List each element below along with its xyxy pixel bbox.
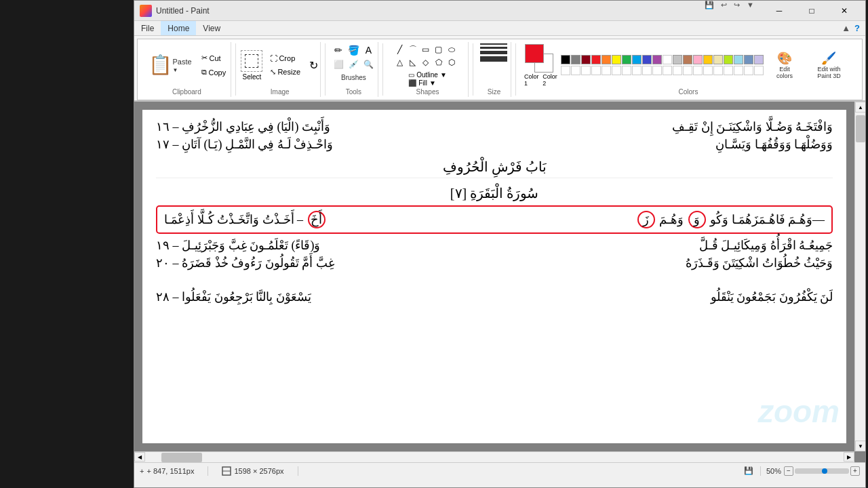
color-yellow[interactable] [612, 55, 621, 64]
custom-color-8[interactable] [632, 66, 642, 75]
menu-file[interactable]: File [134, 21, 161, 35]
scrollbar-thumb-h[interactable] [161, 453, 202, 462]
shape-right-triangle[interactable]: ◺ [407, 56, 419, 68]
custom-color-18[interactable] [734, 66, 743, 75]
shape-ellipse[interactable]: ⬭ [446, 43, 458, 56]
custom-color-1[interactable] [561, 66, 570, 75]
text-tool[interactable]: A [361, 43, 375, 57]
color-silver[interactable] [673, 55, 682, 64]
rotate-btn[interactable]: ↻ [308, 60, 319, 70]
shape-curve[interactable]: ⌒ [407, 43, 419, 56]
scrollbar-left-btn[interactable]: ◀ [134, 452, 145, 462]
quick-undo[interactable]: ↩ [721, 1, 727, 21]
resize-button[interactable]: ⤡ Resize [267, 66, 304, 79]
fill-tool[interactable]: 🪣 [347, 43, 360, 57]
color1-box[interactable] [525, 44, 544, 63]
quick-more[interactable]: ▼ [747, 1, 754, 21]
color-black[interactable] [561, 55, 570, 64]
color-pink[interactable] [693, 55, 703, 64]
paste-arrow[interactable]: ▼ [172, 67, 178, 73]
menu-home[interactable]: Home [161, 21, 196, 35]
color-lime[interactable] [724, 55, 733, 64]
color-lightblue[interactable] [734, 55, 743, 64]
crop-button[interactable]: ⛶ Crop [267, 52, 304, 64]
custom-color-19[interactable] [744, 66, 753, 75]
quick-redo[interactable]: ↪ [734, 1, 740, 21]
canvas-paper[interactable]: وَافْتَخَـهُ وَضُـلَّا وَاشْكِيَنَـنَ إِ… [142, 110, 846, 443]
minimize-button[interactable]: ─ [764, 1, 795, 21]
custom-color-5[interactable] [601, 66, 611, 75]
shape-hex[interactable]: ⬡ [446, 56, 458, 68]
custom-color-20[interactable] [754, 66, 764, 75]
cut-button[interactable]: ✂ Cut [198, 52, 230, 64]
color-gold[interactable] [703, 55, 713, 64]
custom-color-12[interactable] [673, 66, 682, 75]
shape-round-rect[interactable]: ▢ [433, 43, 445, 56]
custom-color-11[interactable] [663, 66, 672, 75]
size-1[interactable] [480, 43, 507, 45]
scrollbar-right-btn[interactable]: ▶ [844, 452, 854, 462]
custom-color-9[interactable] [642, 66, 652, 75]
quick-save[interactable]: 💾 [705, 1, 714, 21]
menu-view[interactable]: View [196, 21, 227, 35]
custom-color-7[interactable] [622, 66, 631, 75]
outline-dropdown[interactable]: ▭ Outline ▼ [408, 71, 447, 79]
color-lavender[interactable] [754, 55, 764, 64]
pencil-tool[interactable]: ✏ [332, 43, 345, 57]
color-orange[interactable] [601, 55, 611, 64]
zoom-slider-thumb[interactable] [822, 468, 827, 474]
size-4[interactable] [480, 56, 507, 62]
custom-color-16[interactable] [713, 66, 723, 75]
copy-button[interactable]: ⧉ Copy [198, 66, 230, 79]
custom-color-3[interactable] [581, 66, 591, 75]
color-white[interactable] [663, 55, 672, 64]
zoom-in-btn[interactable]: + [850, 466, 860, 476]
save-icon-status[interactable]: 💾 [743, 465, 755, 477]
color-indigo[interactable] [642, 55, 652, 64]
help-btn[interactable]: ? [854, 23, 860, 33]
shape-triangle[interactable]: △ [394, 56, 406, 68]
ribbon-collapse-btn[interactable]: ▲ [842, 23, 850, 33]
custom-color-17[interactable] [724, 66, 733, 75]
size-2[interactable] [480, 47, 507, 49]
color-darkred[interactable] [581, 55, 591, 64]
custom-color-4[interactable] [591, 66, 601, 75]
select-button[interactable] [241, 50, 262, 72]
custom-color-15[interactable] [703, 66, 713, 75]
custom-color-14[interactable] [693, 66, 703, 75]
zoom-slider[interactable] [795, 468, 849, 474]
shape-diamond[interactable]: ◇ [420, 56, 432, 68]
brushes-button[interactable]: Brushes [339, 72, 368, 83]
custom-color-13[interactable] [683, 66, 692, 75]
zoom-tool[interactable]: 🔍 [361, 58, 375, 71]
zoom-out-btn[interactable]: − [784, 466, 793, 476]
size-3[interactable] [480, 51, 507, 54]
shape-line[interactable]: ╱ [394, 43, 406, 56]
color-cream[interactable] [713, 55, 723, 64]
color-brown[interactable] [683, 55, 692, 64]
scrollbar-thumb-v[interactable] [856, 115, 865, 142]
color-steelblue[interactable] [744, 55, 753, 64]
horizontal-scrollbar[interactable]: ◀ ▶ [134, 451, 854, 462]
scrollbar-up-btn[interactable]: ▲ [855, 102, 865, 113]
custom-color-2[interactable] [571, 66, 580, 75]
color-red[interactable] [591, 55, 601, 64]
paste-button[interactable]: 📋 Paste ▼ [144, 52, 196, 78]
shape-pentagon[interactable]: ⬠ [433, 56, 445, 68]
fill-dropdown[interactable]: ⬛ Fill ▼ [408, 79, 447, 87]
edit-colors-button[interactable]: 🎨 Edit colors [769, 48, 800, 82]
vertical-scrollbar[interactable]: ▲ ▼ [854, 102, 865, 451]
scrollbar-down-btn[interactable]: ▼ [855, 441, 865, 451]
color-green[interactable] [622, 55, 631, 64]
custom-color-10[interactable] [652, 66, 662, 75]
close-button[interactable]: ✕ [829, 1, 860, 21]
custom-color-6[interactable] [612, 66, 621, 75]
picker-tool[interactable]: 💉 [347, 58, 360, 71]
maximize-button[interactable]: □ [796, 1, 827, 21]
edit-paint3d-button[interactable]: 🖌️ Edit with Paint 3D [806, 48, 852, 82]
eraser-tool[interactable]: ⬜ [332, 58, 345, 71]
shape-rect[interactable]: ▭ [420, 43, 432, 56]
color-blue[interactable] [632, 55, 642, 64]
color-gray[interactable] [571, 55, 580, 64]
color-purple[interactable] [652, 55, 662, 64]
